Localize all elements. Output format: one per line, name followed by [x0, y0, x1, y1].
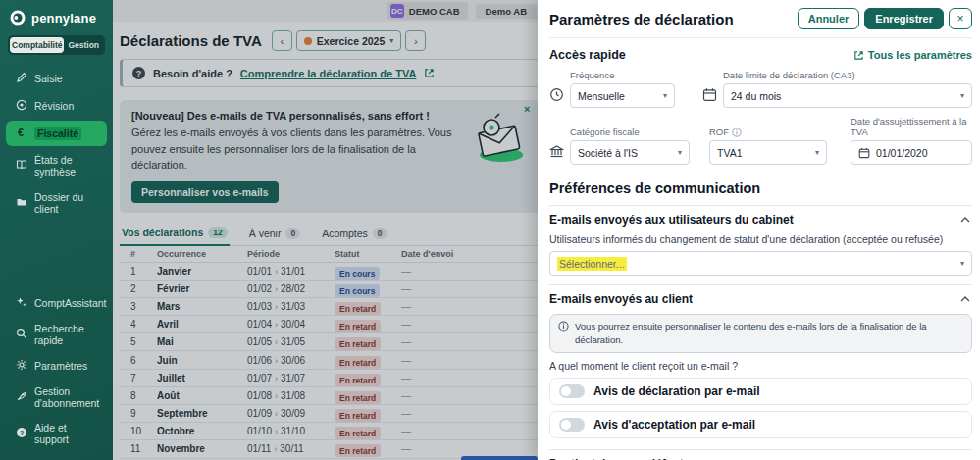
frequency-label: Fréquence — [570, 70, 675, 80]
row-month: Juillet — [157, 373, 247, 383]
section-cabinet-emails[interactable]: E-mails envoyés aux utilisateurs du cabi… — [549, 206, 972, 232]
cancel-button[interactable]: Annuler — [798, 8, 860, 29]
personalize-emails-button[interactable]: Personnaliser vos e-mails — [131, 181, 279, 203]
all-settings-link[interactable]: Tous les paramètres — [853, 49, 972, 61]
sidebar-item-etats-de-synthese[interactable]: États de synthèse — [6, 148, 107, 183]
period-start: 01/04 — [247, 319, 272, 330]
fiscal-category-value: Société à l'IS — [578, 147, 638, 159]
sidebar-item-label: Révision — [34, 100, 74, 112]
rof-select[interactable]: TVA1 ▾ — [709, 140, 827, 165]
toggle-declaration-notice[interactable]: Avis de déclaration par e-mail — [549, 378, 972, 405]
client-emails-info: Vous pourrez ensuite personnaliser le co… — [549, 314, 972, 353]
tab-gestion[interactable]: Gestion — [64, 37, 103, 53]
status-badge: En retard — [335, 444, 381, 457]
sidebar-item-fiscalite[interactable]: € Fiscalité — [6, 121, 107, 146]
chevron-up-icon — [960, 217, 970, 223]
pennylane-logo-icon — [10, 10, 26, 26]
sidebar-item-recherche-rapide[interactable]: Recherche rapide — [6, 317, 107, 352]
prev-exercise-button[interactable]: ‹ — [272, 30, 292, 51]
tab-acomptes[interactable]: Acomptes 0 — [320, 224, 388, 245]
row-month: Octobre — [157, 426, 247, 436]
sidebar-item-saisie[interactable]: Saisie — [6, 66, 107, 91]
sidebar-item-label: Saisie — [34, 73, 63, 84]
clock-icon — [549, 87, 564, 102]
chevron-right-icon: › — [275, 302, 278, 312]
frequency-select[interactable]: Mensuelle ▾ — [570, 83, 675, 108]
save-button[interactable]: Enregistrer — [864, 8, 944, 29]
period-start: 01/06 — [247, 355, 272, 366]
tab-comptabilite[interactable]: Comptabilité — [10, 37, 64, 53]
toggle-switch[interactable] — [559, 418, 585, 432]
tab-vos-declarations[interactable]: Vos déclarations 12 — [120, 223, 230, 246]
sidebar-item-comptassistant[interactable]: ComptAssistant — [6, 290, 107, 316]
fiscal-category-select[interactable]: Société à l'IS ▾ — [570, 140, 690, 165]
row-period: 01/01›31/01 — [247, 266, 335, 277]
communication-preferences-title: Préférences de communication — [549, 180, 972, 196]
close-panel-button[interactable]: × — [949, 8, 972, 29]
external-link-icon — [853, 50, 864, 61]
sidebar-item-label: Fiscalité — [34, 127, 81, 140]
row-period: 01/11›30/11 — [247, 443, 335, 454]
sidebar-item-dossier-du-client[interactable]: Dossier du client — [6, 185, 107, 221]
status-badge: En retard — [335, 409, 381, 422]
pencil-icon — [16, 72, 27, 85]
quick-access-title: Accès rapide — [549, 48, 626, 62]
company-switcher[interactable]: Demo AB — [476, 4, 537, 19]
sidebar-item-revision[interactable]: Révision — [6, 93, 107, 119]
period-end: 30/09 — [281, 408, 305, 419]
subscription-icon — [16, 390, 27, 404]
row-number: 7 — [120, 373, 157, 383]
row-period: 01/08›31/08 — [247, 390, 335, 401]
section-default-recipients[interactable]: Destinataires par défaut — [549, 450, 972, 460]
vat-date-input[interactable]: 01/01/2020 — [851, 140, 972, 165]
row-number: 10 — [120, 426, 157, 436]
exercise-select[interactable]: Exercice 2025 ▾ — [296, 30, 402, 51]
info-text: Vous pourrez ensuite personnaliser le co… — [575, 320, 963, 347]
calendar-icon — [858, 147, 870, 159]
tab-a-venir[interactable]: À venir 0 — [247, 224, 302, 245]
sidebar-item-gestion-abonnement[interactable]: Gestion d'abonnement — [6, 380, 107, 415]
status-badge: En retard — [335, 302, 381, 315]
period-start: 01/02 — [247, 283, 272, 294]
section-client-emails[interactable]: E-mails envoyés au client — [549, 285, 972, 312]
cabinet-users-select[interactable]: Sélectionner... ▾ — [549, 251, 972, 276]
email-bell-illustration — [468, 110, 529, 165]
chevron-up-icon — [960, 296, 970, 302]
row-month: Mars — [157, 301, 247, 312]
deadline-select[interactable]: 24 du mois ▾ — [723, 83, 972, 108]
target-icon — [16, 99, 27, 113]
count-badge: 12 — [208, 227, 227, 238]
chevron-right-icon: › — [275, 337, 278, 347]
row-period: 01/07›31/07 — [247, 373, 335, 383]
toggle-acceptation-notice[interactable]: Avis d'acceptation par e-mail — [549, 411, 972, 438]
sidebar-item-parametres[interactable]: Paramètres — [6, 353, 107, 379]
row-period: 01/09›30/09 — [247, 408, 335, 419]
col-status: Statut — [335, 249, 401, 259]
row-month: Septembre — [157, 408, 247, 419]
row-period: 01/06›30/06 — [247, 355, 335, 366]
workspace-switcher[interactable]: DC DEMO CAB — [387, 2, 468, 20]
chevron-down-icon: ▾ — [389, 36, 393, 45]
status-badge: En cours — [335, 267, 380, 280]
section-title: E-mails envoyés au client — [549, 292, 693, 306]
row-number: 11 — [120, 443, 157, 454]
intercom-launcher[interactable] — [461, 456, 538, 460]
sidebar-item-label: Recherche rapide — [34, 323, 97, 346]
row-period: 01/03›31/03 — [247, 301, 335, 312]
period-end: 31/01 — [281, 266, 305, 277]
row-month: Novembre — [157, 443, 247, 454]
sidebar-item-aide-et-support[interactable]: ? Aide et support — [6, 416, 107, 451]
toggle-switch[interactable] — [559, 384, 585, 398]
search-icon — [16, 328, 27, 341]
gear-icon — [16, 359, 27, 373]
row-number: 9 — [120, 408, 157, 419]
help-link[interactable]: Comprendre la déclaration de TVA — [240, 68, 417, 79]
question-icon: ? — [132, 67, 145, 79]
row-number: 6 — [120, 355, 157, 366]
row-period: 01/02›28/02 — [247, 283, 335, 294]
next-exercise-button[interactable]: › — [405, 30, 426, 51]
row-number: 2 — [120, 283, 157, 294]
sidebar-item-label: Aide et support — [34, 422, 97, 445]
chevron-down-icon: ▾ — [960, 259, 964, 268]
row-month: Février — [157, 283, 247, 294]
